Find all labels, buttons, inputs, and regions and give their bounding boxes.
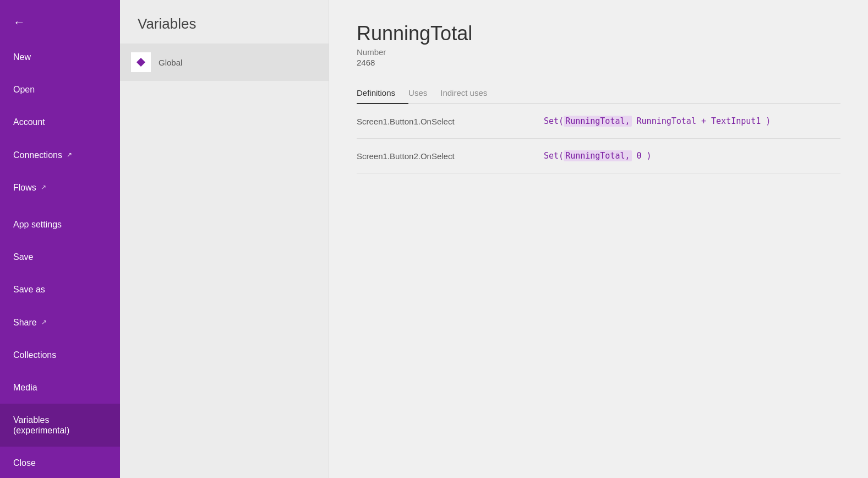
external-link-icon: ↗ (41, 318, 47, 326)
definitions-table: Screen1.Button1.OnSelect Set(RunningTota… (357, 104, 840, 173)
variable-detail-value: 2468 (357, 58, 840, 67)
variable-detail-name: RunningTotal (357, 22, 840, 45)
sidebar: ← New Open Account Connections ↗ Flows ↗… (0, 0, 120, 478)
formula-highlight: RunningTotal, (564, 150, 631, 161)
sidebar-item-save[interactable]: Save (0, 241, 120, 273)
formula-suffix: 0 ) (632, 151, 652, 161)
definition-location: Screen1.Button2.OnSelect (357, 139, 544, 173)
back-button[interactable]: ← (0, 0, 120, 41)
sidebar-item-media[interactable]: Media (0, 371, 120, 404)
sidebar-item-new[interactable]: New (0, 41, 120, 73)
tab-uses[interactable]: Uses (408, 83, 440, 104)
table-row: Screen1.Button1.OnSelect Set(RunningTota… (357, 104, 840, 139)
sidebar-item-app-settings[interactable]: App settings (0, 208, 120, 241)
variables-panel: Variables Global (120, 0, 329, 478)
definition-location: Screen1.Button1.OnSelect (357, 104, 544, 139)
tab-definitions[interactable]: Definitions (357, 83, 408, 104)
sidebar-item-open[interactable]: Open (0, 73, 120, 106)
formula-highlight: RunningTotal, (564, 116, 631, 127)
variables-panel-title: Variables (120, 0, 329, 44)
tab-indirect-uses[interactable]: Indirect uses (440, 83, 500, 104)
sidebar-item-connections[interactable]: Connections ↗ (0, 139, 120, 171)
external-link-icon: ↗ (67, 151, 72, 159)
detail-tabs: Definitions Uses Indirect uses (357, 83, 840, 104)
external-link-icon: ↗ (41, 183, 46, 191)
sidebar-item-variables[interactable]: Variables (experimental) (0, 404, 120, 447)
svg-marker-0 (137, 58, 145, 67)
sidebar-item-flows[interactable]: Flows ↗ (0, 171, 120, 204)
sidebar-item-collections[interactable]: Collections (0, 339, 120, 371)
table-row: Screen1.Button2.OnSelect Set(RunningTota… (357, 139, 840, 173)
sidebar-item-close[interactable]: Close (0, 447, 120, 478)
back-arrow-icon: ← (13, 15, 25, 30)
sidebar-item-account[interactable]: Account (0, 106, 120, 138)
variable-detail-type: Number (357, 47, 840, 57)
main-content: RunningTotal Number 2468 Definitions Use… (329, 0, 868, 478)
variable-name: Global (159, 58, 182, 67)
sidebar-item-share[interactable]: Share ↗ (0, 306, 120, 339)
definition-formula: Set(RunningTotal, 0 ) (544, 139, 840, 173)
formula-prefix: Set( (544, 116, 564, 126)
formula-prefix: Set( (544, 151, 564, 161)
variable-list-item[interactable]: Global (120, 44, 329, 81)
sidebar-item-save-as[interactable]: Save as (0, 273, 120, 306)
formula-suffix: RunningTotal + TextInput1 ) (632, 116, 771, 126)
definition-formula: Set(RunningTotal, RunningTotal + TextInp… (544, 104, 840, 139)
variable-icon (131, 52, 151, 72)
